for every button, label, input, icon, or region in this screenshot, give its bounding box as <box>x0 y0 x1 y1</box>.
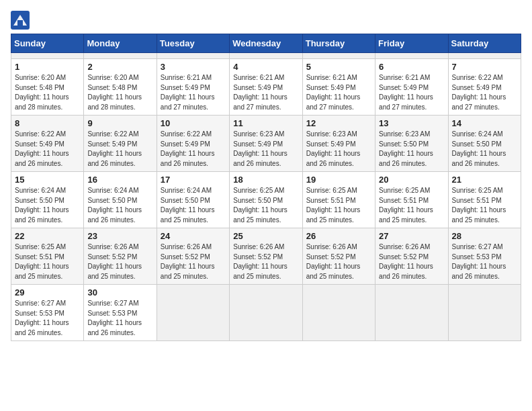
day-number: 7 <box>452 62 517 72</box>
day-info: Sunrise: 6:21 AM Sunset: 5:49 PM Dayligh… <box>379 73 444 112</box>
calendar-cell: 9 Sunrise: 6:22 AM Sunset: 5:49 PM Dayli… <box>84 116 157 172</box>
calendar-week-0 <box>11 53 521 59</box>
day-info: Sunrise: 6:20 AM Sunset: 5:48 PM Dayligh… <box>87 73 152 112</box>
header-monday: Monday <box>84 34 157 53</box>
day-number: 26 <box>306 231 371 241</box>
day-info: Sunrise: 6:25 AM Sunset: 5:50 PM Dayligh… <box>233 186 298 225</box>
day-number: 21 <box>452 175 517 185</box>
calendar-cell: 28 Sunrise: 6:27 AM Sunset: 5:53 PM Dayl… <box>448 228 521 285</box>
day-info: Sunrise: 6:21 AM Sunset: 5:49 PM Dayligh… <box>233 73 298 112</box>
calendar-cell <box>302 53 375 59</box>
calendar-cell: 3 Sunrise: 6:21 AM Sunset: 5:49 PM Dayli… <box>157 59 229 116</box>
calendar-cell: 8 Sunrise: 6:22 AM Sunset: 5:49 PM Dayli… <box>11 116 84 172</box>
header-tuesday: Tuesday <box>157 34 229 53</box>
calendar-week-5: 29 Sunrise: 6:27 AM Sunset: 5:53 PM Dayl… <box>11 285 521 341</box>
day-number: 30 <box>87 287 152 298</box>
day-info: Sunrise: 6:26 AM Sunset: 5:52 PM Dayligh… <box>87 242 152 281</box>
day-info: Sunrise: 6:25 AM Sunset: 5:51 PM Dayligh… <box>379 186 444 225</box>
day-info: Sunrise: 6:21 AM Sunset: 5:49 PM Dayligh… <box>306 73 371 112</box>
calendar-week-4: 22 Sunrise: 6:25 AM Sunset: 5:51 PM Dayl… <box>11 228 521 285</box>
day-info: Sunrise: 6:22 AM Sunset: 5:49 PM Dayligh… <box>161 130 226 169</box>
calendar-cell <box>448 53 521 59</box>
day-info: Sunrise: 6:24 AM Sunset: 5:50 PM Dayligh… <box>15 186 80 225</box>
calendar-cell: 25 Sunrise: 6:26 AM Sunset: 5:52 PM Dayl… <box>230 228 302 285</box>
day-number: 8 <box>15 118 80 128</box>
calendar-cell: 29 Sunrise: 6:27 AM Sunset: 5:53 PM Dayl… <box>11 285 84 341</box>
day-number: 24 <box>161 231 226 241</box>
day-number: 3 <box>161 62 226 72</box>
calendar-cell <box>375 285 448 341</box>
calendar-header: SundayMondayTuesdayWednesdayThursdayFrid… <box>11 34 521 53</box>
day-number: 6 <box>379 62 444 72</box>
day-number: 27 <box>379 231 444 241</box>
calendar-cell: 6 Sunrise: 6:21 AM Sunset: 5:49 PM Dayli… <box>375 59 448 116</box>
day-number: 15 <box>15 175 80 185</box>
day-info: Sunrise: 6:27 AM Sunset: 5:53 PM Dayligh… <box>87 299 152 338</box>
day-number: 4 <box>233 62 298 72</box>
day-info: Sunrise: 6:23 AM Sunset: 5:49 PM Dayligh… <box>233 130 298 169</box>
day-info: Sunrise: 6:25 AM Sunset: 5:51 PM Dayligh… <box>452 186 517 225</box>
calendar-cell <box>157 53 229 59</box>
calendar-cell <box>230 285 302 341</box>
calendar-cell: 2 Sunrise: 6:20 AM Sunset: 5:48 PM Dayli… <box>84 59 157 116</box>
day-number: 16 <box>87 175 152 185</box>
calendar-cell: 4 Sunrise: 6:21 AM Sunset: 5:49 PM Dayli… <box>230 59 302 116</box>
day-info: Sunrise: 6:22 AM Sunset: 5:49 PM Dayligh… <box>15 130 80 169</box>
day-info: Sunrise: 6:25 AM Sunset: 5:51 PM Dayligh… <box>15 242 80 281</box>
calendar-cell: 23 Sunrise: 6:26 AM Sunset: 5:52 PM Dayl… <box>84 228 157 285</box>
day-number: 20 <box>379 175 444 185</box>
day-number: 2 <box>87 62 152 72</box>
day-info: Sunrise: 6:26 AM Sunset: 5:52 PM Dayligh… <box>233 242 298 281</box>
calendar-cell: 1 Sunrise: 6:20 AM Sunset: 5:48 PM Dayli… <box>11 59 84 116</box>
day-number: 1 <box>15 62 80 72</box>
calendar-cell <box>448 285 521 341</box>
day-number: 9 <box>87 118 152 128</box>
calendar-cell <box>157 285 229 341</box>
day-number: 11 <box>233 118 298 128</box>
day-info: Sunrise: 6:26 AM Sunset: 5:52 PM Dayligh… <box>161 242 226 281</box>
header-wednesday: Wednesday <box>230 34 302 53</box>
header-thursday: Thursday <box>302 34 375 53</box>
day-number: 17 <box>161 175 226 185</box>
calendar-cell: 24 Sunrise: 6:26 AM Sunset: 5:52 PM Dayl… <box>157 228 229 285</box>
day-number: 10 <box>161 118 226 128</box>
day-info: Sunrise: 6:27 AM Sunset: 5:53 PM Dayligh… <box>15 299 80 338</box>
day-number: 23 <box>87 231 152 241</box>
day-number: 25 <box>233 231 298 241</box>
calendar-cell: 14 Sunrise: 6:24 AM Sunset: 5:50 PM Dayl… <box>448 116 521 172</box>
day-number: 5 <box>306 62 371 72</box>
day-number: 29 <box>15 287 80 298</box>
calendar-cell <box>84 53 157 59</box>
calendar-cell: 19 Sunrise: 6:25 AM Sunset: 5:51 PM Dayl… <box>302 172 375 228</box>
calendar-cell: 15 Sunrise: 6:24 AM Sunset: 5:50 PM Dayl… <box>11 172 84 228</box>
calendar-cell <box>230 53 302 59</box>
day-info: Sunrise: 6:26 AM Sunset: 5:52 PM Dayligh… <box>306 242 371 281</box>
logo-icon <box>11 11 30 30</box>
day-number: 19 <box>306 175 371 185</box>
day-number: 18 <box>233 175 298 185</box>
calendar-cell: 11 Sunrise: 6:23 AM Sunset: 5:49 PM Dayl… <box>230 116 302 172</box>
day-number: 12 <box>306 118 371 128</box>
day-info: Sunrise: 6:23 AM Sunset: 5:50 PM Dayligh… <box>379 130 444 169</box>
header-friday: Friday <box>375 34 448 53</box>
day-info: Sunrise: 6:22 AM Sunset: 5:49 PM Dayligh… <box>452 73 517 112</box>
calendar-cell: 22 Sunrise: 6:25 AM Sunset: 5:51 PM Dayl… <box>11 228 84 285</box>
calendar-cell: 7 Sunrise: 6:22 AM Sunset: 5:49 PM Dayli… <box>448 59 521 116</box>
calendar-week-3: 15 Sunrise: 6:24 AM Sunset: 5:50 PM Dayl… <box>11 172 521 228</box>
calendar-cell: 10 Sunrise: 6:22 AM Sunset: 5:49 PM Dayl… <box>157 116 229 172</box>
calendar-cell: 18 Sunrise: 6:25 AM Sunset: 5:50 PM Dayl… <box>230 172 302 228</box>
calendar-cell <box>375 53 448 59</box>
calendar-cell <box>302 285 375 341</box>
day-info: Sunrise: 6:23 AM Sunset: 5:49 PM Dayligh… <box>306 130 371 169</box>
calendar-table: SundayMondayTuesdayWednesdayThursdayFrid… <box>11 34 521 341</box>
day-info: Sunrise: 6:20 AM Sunset: 5:48 PM Dayligh… <box>15 73 80 112</box>
calendar-cell: 20 Sunrise: 6:25 AM Sunset: 5:51 PM Dayl… <box>375 172 448 228</box>
calendar-week-1: 1 Sunrise: 6:20 AM Sunset: 5:48 PM Dayli… <box>11 59 521 116</box>
day-info: Sunrise: 6:24 AM Sunset: 5:50 PM Dayligh… <box>452 130 517 169</box>
day-number: 14 <box>452 118 517 128</box>
header-saturday: Saturday <box>448 34 521 53</box>
day-number: 13 <box>379 118 444 128</box>
day-info: Sunrise: 6:26 AM Sunset: 5:52 PM Dayligh… <box>379 242 444 281</box>
calendar-cell: 30 Sunrise: 6:27 AM Sunset: 5:53 PM Dayl… <box>84 285 157 341</box>
logo <box>11 11 32 30</box>
